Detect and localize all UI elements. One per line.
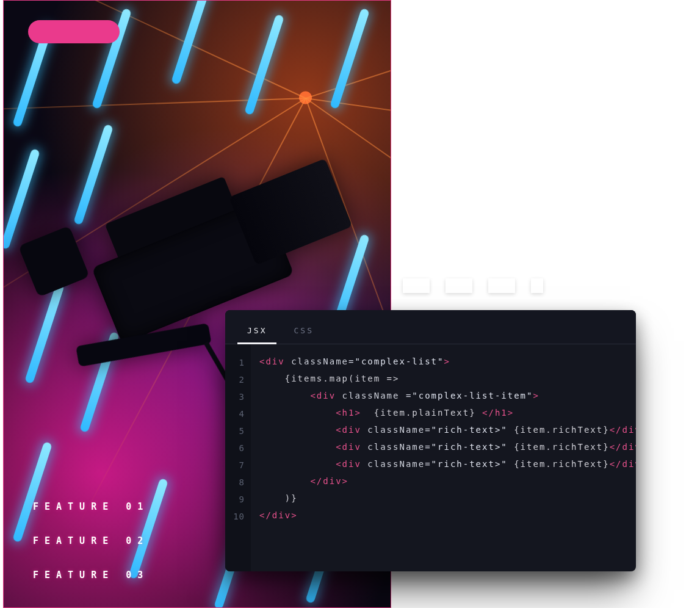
tab-css[interactable]: CSS	[280, 315, 327, 344]
feature-list: FEATURE 01 FEATURE 02 FEATURE 03	[33, 478, 149, 581]
promo-pill[interactable]	[28, 20, 120, 43]
code-content[interactable]: <div className="complex-list"> {items.ma…	[251, 344, 636, 571]
feature-item[interactable]: FEATURE 03	[33, 570, 149, 581]
line-number-gutter: 12345678910	[225, 344, 251, 571]
connector-dashes	[403, 278, 543, 293]
code-area: 12345678910 <div className="complex-list…	[225, 344, 636, 571]
feature-item[interactable]: FEATURE 01	[33, 501, 149, 512]
tab-jsx[interactable]: JSX	[234, 315, 280, 344]
editor-tabbar: JSX CSS	[225, 310, 636, 344]
feature-item[interactable]: FEATURE 02	[33, 535, 149, 546]
code-editor: JSX CSS 12345678910 <div className="comp…	[225, 310, 636, 571]
